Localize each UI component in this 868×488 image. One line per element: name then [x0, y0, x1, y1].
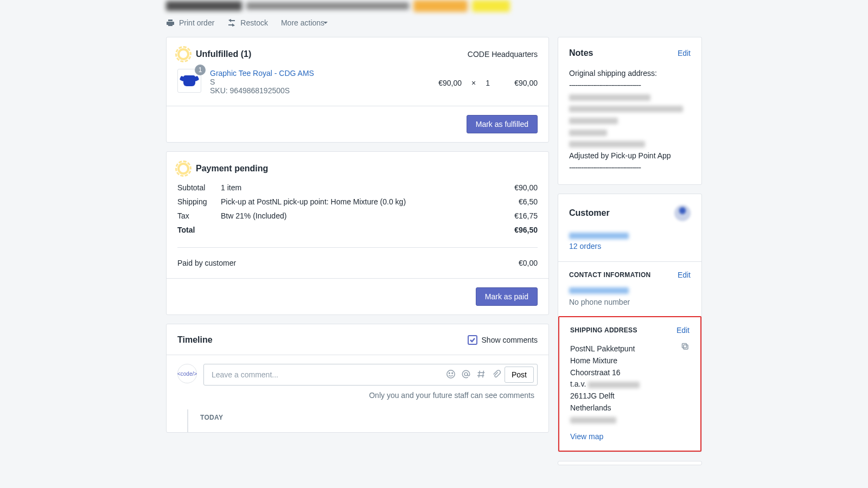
- shipping-desc: Pick-up at PostNL pick-up point: Home Mi…: [221, 197, 484, 206]
- ship-line-5: 2611JG Delft: [570, 390, 674, 402]
- ship-line-3: Choorstraat 16: [570, 367, 674, 379]
- timeline-today-label: TODAY: [200, 414, 538, 421]
- attachment-icon[interactable]: [492, 369, 501, 381]
- notes-edit-link[interactable]: Edit: [678, 49, 691, 57]
- tax-row: Tax Btw 21% (Included) €16,75: [177, 211, 538, 220]
- tax-label: Tax: [177, 211, 216, 220]
- action-bar: Print order Restock More actions: [166, 11, 702, 37]
- hashtag-icon[interactable]: [476, 369, 486, 381]
- shipping-address-highlight: SHIPPING ADDRESS Edit PostNL Pakketpunt …: [558, 316, 701, 452]
- notes-title: Notes: [569, 48, 678, 58]
- payment-pending-status-icon: [177, 163, 189, 175]
- ship-line-1: PostNL Pakketpunt: [570, 343, 674, 355]
- shipping-label: Shipping: [177, 197, 216, 206]
- svg-rect-4: [684, 345, 688, 349]
- next-card-peek: [558, 461, 702, 465]
- paid-value: €0,00: [489, 259, 538, 267]
- restock-action[interactable]: Restock: [227, 18, 268, 27]
- comment-input[interactable]: [212, 370, 446, 379]
- customer-orders-link[interactable]: 12 orders: [569, 242, 691, 251]
- staff-avatar: <code/>: [177, 364, 197, 383]
- ship-line-4-prefix: t.a.v.: [570, 380, 586, 388]
- restock-label: Restock: [240, 18, 268, 27]
- total-label: Total: [177, 226, 216, 234]
- print-order-label: Print order: [179, 18, 214, 27]
- total-row: Total €96,50: [177, 226, 538, 234]
- product-sku: SKU: 9649868192500S: [210, 86, 430, 95]
- unit-price: €90,00: [438, 79, 462, 87]
- notes-dash-top: ------------------------------------: [569, 80, 691, 92]
- notes-body: Original shipping address: -------------…: [569, 68, 691, 174]
- timeline-card: Timeline Show comments <code/>: [166, 324, 549, 433]
- unfulfilled-status-icon: [177, 48, 189, 60]
- svg-rect-5: [682, 344, 687, 348]
- tax-value: €16,75: [489, 211, 538, 220]
- customer-card: Customer 12 orders CONTACT INFORMATION E…: [558, 194, 702, 452]
- timeline-rail: TODAY: [187, 409, 538, 432]
- checkbox-checked-icon: [468, 335, 477, 345]
- notes-line1: Original shipping address:: [569, 68, 691, 80]
- svg-point-1: [449, 373, 450, 374]
- notes-adjusted: Adjusted by Pick-up Point App: [569, 150, 691, 162]
- timeline-title: Timeline: [177, 335, 468, 345]
- show-comments-toggle[interactable]: Show comments: [468, 335, 538, 345]
- contact-edit-link[interactable]: Edit: [678, 271, 691, 279]
- view-map-link[interactable]: View map: [570, 432, 603, 441]
- show-comments-label: Show comments: [482, 336, 538, 344]
- comment-visibility-note: Only you and your future staff can see c…: [203, 391, 538, 400]
- total-value: €96,50: [489, 226, 538, 234]
- svg-point-0: [447, 370, 455, 377]
- svg-point-2: [452, 373, 453, 374]
- shipping-edit-link[interactable]: Edit: [676, 326, 690, 335]
- emoji-icon[interactable]: [446, 369, 456, 381]
- shipping-value: €6,50: [489, 197, 538, 206]
- subtotal-value: €90,00: [489, 183, 538, 192]
- shipping-title: SHIPPING ADDRESS: [570, 326, 676, 334]
- paid-by-customer-row: Paid by customer €0,00: [177, 259, 538, 267]
- restock-icon: [227, 18, 236, 27]
- customer-title: Customer: [569, 208, 674, 218]
- quantity-badge: 1: [195, 65, 206, 75]
- payment-card: Payment pending Subtotal 1 item €90,00 S…: [166, 151, 549, 315]
- line-total: €90,00: [500, 79, 538, 87]
- subtotal-row: Subtotal 1 item €90,00: [177, 183, 538, 192]
- printer-icon: [166, 18, 175, 27]
- fulfillment-title: Unfulfilled (1): [196, 49, 461, 59]
- ship-line-6: Netherlands: [570, 402, 674, 414]
- item-count: 1: [486, 79, 490, 87]
- mention-icon[interactable]: [461, 369, 471, 381]
- ship-line-2: Home Mixture: [570, 355, 674, 367]
- order-header-blurred: [166, 0, 702, 11]
- print-order-action[interactable]: Print order: [166, 18, 214, 27]
- line-item: 1 Graphic Tee Royal - CDG AMS S SKU: 964…: [177, 69, 538, 95]
- product-variant: S: [210, 78, 430, 86]
- tax-desc: Btw 21% (Included): [221, 211, 484, 220]
- caret-down-icon: [321, 18, 330, 27]
- product-name-link[interactable]: Graphic Tee Royal - CDG AMS: [210, 69, 430, 78]
- copy-address-icon[interactable]: [681, 342, 690, 426]
- no-phone-text: No phone number: [569, 298, 691, 306]
- contact-info-title: CONTACT INFORMATION: [569, 271, 678, 279]
- paid-label: Paid by customer: [177, 259, 489, 267]
- notes-card: Notes Edit Original shipping address: --…: [558, 37, 702, 185]
- shipping-address-block: PostNL Pakketpunt Home Mixture Choorstra…: [570, 343, 674, 426]
- notes-dash-bottom: ------------------------------------: [569, 162, 691, 174]
- subtotal-label: Subtotal: [177, 183, 216, 192]
- more-actions-dropdown[interactable]: More actions: [281, 18, 330, 27]
- multiply-symbol: ×: [471, 79, 476, 87]
- fulfillment-location: CODE Headquarters: [468, 50, 538, 59]
- fulfillment-card: Unfulfilled (1) CODE Headquarters 1 Grap…: [166, 37, 549, 143]
- shipping-row: Shipping Pick-up at PostNL pick-up point…: [177, 197, 538, 206]
- customer-avatar[interactable]: [674, 205, 691, 221]
- subtotal-desc: 1 item: [221, 183, 484, 192]
- mark-as-fulfilled-button[interactable]: Mark as fulfilled: [467, 115, 538, 133]
- more-actions-label: More actions: [281, 18, 324, 27]
- payment-title: Payment pending: [196, 164, 538, 174]
- post-button[interactable]: Post: [505, 367, 534, 383]
- mark-as-paid-button[interactable]: Mark as paid: [476, 287, 538, 306]
- svg-point-3: [464, 373, 468, 376]
- item-price: €90,00 × 1 €90,00: [438, 79, 538, 87]
- comment-box: Post: [203, 364, 538, 386]
